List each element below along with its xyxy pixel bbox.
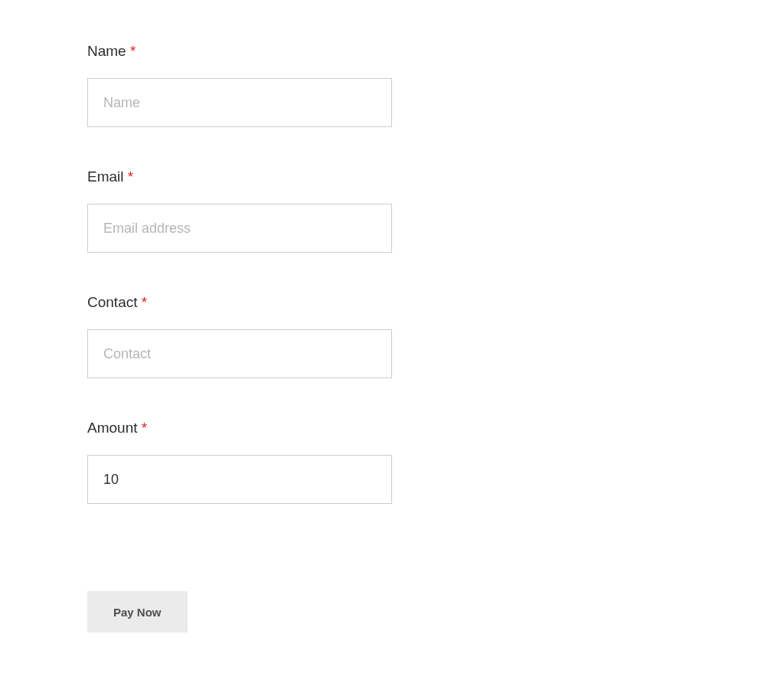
required-marker: * xyxy=(128,168,133,185)
pay-now-button[interactable]: Pay Now xyxy=(87,591,188,633)
amount-group: Amount * xyxy=(87,420,394,504)
contact-input[interactable] xyxy=(87,329,392,378)
email-label-text: Email xyxy=(87,168,124,185)
name-group: Name * xyxy=(87,43,394,127)
payment-form: Name * Email * Contact * Amount * Pay No… xyxy=(87,43,394,633)
required-marker: * xyxy=(142,294,147,310)
contact-group: Contact * xyxy=(87,294,394,378)
amount-input[interactable] xyxy=(87,455,392,504)
name-label: Name * xyxy=(87,43,394,60)
required-marker: * xyxy=(130,43,136,59)
email-group: Email * xyxy=(87,168,394,253)
contact-label: Contact * xyxy=(87,294,394,311)
email-label: Email * xyxy=(87,168,394,185)
name-input[interactable] xyxy=(87,78,392,127)
name-label-text: Name xyxy=(87,43,126,59)
required-marker: * xyxy=(142,420,147,436)
amount-label: Amount * xyxy=(87,420,394,436)
amount-label-text: Amount xyxy=(87,420,137,436)
contact-label-text: Contact xyxy=(87,294,137,310)
email-field[interactable] xyxy=(87,204,392,253)
submit-area: Pay Now xyxy=(87,591,394,633)
